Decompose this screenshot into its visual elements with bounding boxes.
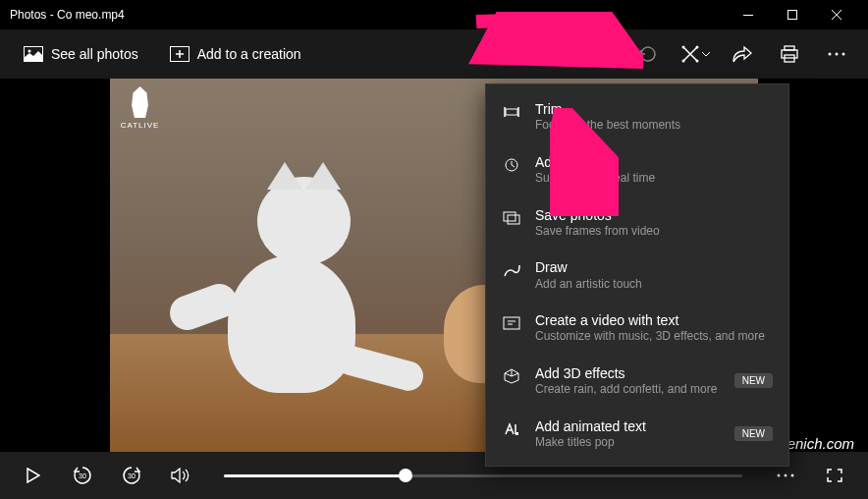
fullscreen-button[interactable] <box>819 460 850 491</box>
play-icon <box>27 468 40 483</box>
edit-dropdown-menu: Trim Focus on the best moments Add slo-m… <box>485 83 789 467</box>
titlebar: Photos - Co meo.mp4 <box>0 0 868 29</box>
skip-back-button[interactable]: 30 <box>67 460 98 491</box>
svg-point-3 <box>28 50 31 53</box>
draw-icon <box>502 260 521 280</box>
svg-rect-1 <box>787 11 796 20</box>
save-photos-icon <box>502 208 521 228</box>
svg-point-9 <box>696 60 699 63</box>
print-button[interactable] <box>770 34 809 74</box>
svg-rect-18 <box>504 212 515 221</box>
menu-sub: Add an artistic touch <box>535 277 773 293</box>
share-button[interactable] <box>723 34 762 74</box>
add-to-creation-label: Add to a creation <box>197 46 301 62</box>
menu-sub: Customize with music, 3D effects, and mo… <box>535 329 773 345</box>
volume-icon <box>171 468 190 483</box>
watermark-text: CATLIVE <box>121 121 160 130</box>
window-controls <box>726 0 858 29</box>
svg-rect-20 <box>504 317 519 329</box>
new-badge: NEW <box>734 426 773 441</box>
svg-point-24 <box>791 474 794 477</box>
play-button[interactable] <box>18 460 49 491</box>
menu-title: Create a video with text <box>535 311 773 329</box>
add-to-creation-button[interactable]: Add to a creation <box>158 38 313 70</box>
minimize-button[interactable] <box>726 0 770 29</box>
skip-forward-icon: 30 <box>121 465 142 486</box>
slomo-icon <box>502 155 521 175</box>
svg-rect-21 <box>515 432 518 435</box>
see-all-photos-button[interactable]: See all photos <box>12 38 150 70</box>
skip-back-icon: 30 <box>72 465 93 486</box>
menu-item-create-video[interactable]: Create a video with text Customize with … <box>486 302 788 355</box>
svg-point-7 <box>696 46 699 49</box>
fullscreen-icon <box>827 469 842 482</box>
close-button[interactable] <box>814 0 858 29</box>
menu-item-trim[interactable]: Trim Focus on the best moments <box>486 90 788 143</box>
more-icon <box>777 473 794 477</box>
menu-item-animated-text[interactable]: Add animated text Make titles pop NEW <box>486 408 788 461</box>
image-icon <box>24 46 43 62</box>
menu-item-draw[interactable]: Draw Add an artistic touch <box>486 249 788 302</box>
new-badge: NEW <box>734 373 773 388</box>
edit-create-icon <box>680 44 700 64</box>
menu-sub: Make titles pop <box>535 435 721 451</box>
svg-point-23 <box>785 474 787 477</box>
more-icon <box>828 52 845 56</box>
video-text-icon <box>502 313 521 333</box>
svg-rect-0 <box>743 15 753 16</box>
svg-rect-16 <box>506 109 517 115</box>
menu-title: Add 3D effects <box>535 364 721 382</box>
see-all-photos-label: See all photos <box>51 46 138 62</box>
svg-point-14 <box>836 53 839 56</box>
svg-point-8 <box>682 60 685 63</box>
skip-forward-button[interactable]: 30 <box>116 460 147 491</box>
print-icon <box>780 45 799 63</box>
edit-create-button[interactable] <box>676 34 715 74</box>
share-icon <box>732 45 752 63</box>
trim-icon <box>502 102 521 122</box>
svg-rect-19 <box>508 215 519 224</box>
svg-point-15 <box>842 53 845 56</box>
annotation-arrow-2 <box>550 108 619 216</box>
annotation-arrow-1 <box>466 12 643 81</box>
add-creation-icon <box>170 46 190 62</box>
timeline-slider[interactable] <box>224 474 742 477</box>
chevron-down-icon <box>702 52 710 57</box>
maximize-button[interactable] <box>770 0 814 29</box>
volume-button[interactable] <box>165 460 196 491</box>
menu-item-slomo[interactable]: Add slo-mo Super slow to real time <box>486 143 788 196</box>
menu-sub: Save frames from video <box>535 224 773 240</box>
svg-point-6 <box>682 46 685 49</box>
cube-icon <box>502 366 521 386</box>
svg-point-13 <box>829 53 832 56</box>
menu-item-save-photos[interactable]: Save photos Save frames from video <box>486 196 788 250</box>
menu-item-3d-effects[interactable]: Add 3D effects Create rain, add confetti… <box>486 355 788 408</box>
video-watermark: CATLIVE <box>118 86 162 155</box>
toolbar: See all photos Add to a creation <box>0 29 868 79</box>
menu-title: Draw <box>535 258 773 276</box>
svg-point-22 <box>778 474 781 477</box>
menu-title: Add animated text <box>535 417 721 435</box>
more-button[interactable] <box>817 34 856 74</box>
animated-text-icon <box>502 419 521 439</box>
menu-sub: Create rain, add confetti, and more <box>535 382 721 398</box>
